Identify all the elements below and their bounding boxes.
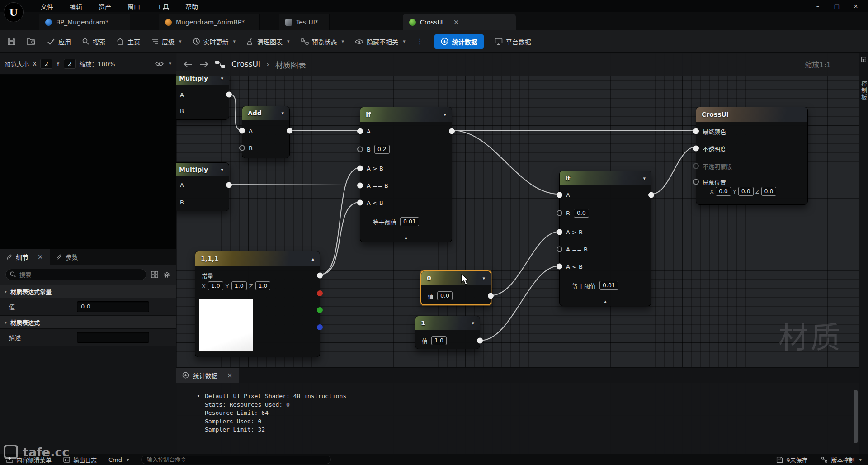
- value-box[interactable]: 0.0: [761, 187, 777, 196]
- pin-b-input[interactable]: [357, 147, 363, 152]
- chevron-down-icon[interactable]: ▾: [221, 76, 223, 81]
- back-icon[interactable]: [183, 61, 193, 68]
- pin-a-input[interactable]: [176, 92, 176, 98]
- home-button[interactable]: 主页: [116, 37, 140, 46]
- value-box[interactable]: 1.0: [255, 281, 271, 290]
- stats-tab[interactable]: 统计数据 ×: [176, 368, 239, 383]
- tab-mugendram-animbp[interactable]: Mugendram_AnimBP*: [159, 14, 260, 30]
- collapse-chevron-icon[interactable]: ▴: [360, 235, 452, 241]
- unreal-engine-logo[interactable]: U: [4, 2, 24, 22]
- node-add[interactable]: Add ▾ A B: [242, 106, 290, 158]
- node-if-1[interactable]: If ▾ A B0.2 A > B A == B A < B 等于阈值0.01 …: [360, 107, 452, 242]
- pin-output[interactable]: [287, 128, 292, 134]
- chevron-down-icon[interactable]: ▾: [482, 275, 485, 281]
- pin-output[interactable]: [477, 338, 483, 344]
- chevron-down-icon[interactable]: ▾: [287, 38, 290, 44]
- pin-a-input[interactable]: [357, 128, 363, 134]
- menu-edit[interactable]: 编辑: [70, 2, 82, 11]
- tab-testui[interactable]: TestUI*: [279, 14, 330, 30]
- close-panel-icon[interactable]: ×: [227, 371, 233, 380]
- hide-unrelated-button[interactable]: 隐藏不相关 ▾: [355, 37, 406, 46]
- node-constant-111[interactable]: 1,1,1 ▴ 常量 X1.0 Y1.0 Z1.0: [195, 251, 320, 357]
- pin-final-color-input[interactable]: [693, 128, 699, 134]
- chevron-down-icon[interactable]: ▾: [443, 112, 446, 118]
- chevron-down-icon[interactable]: ▾: [233, 38, 236, 44]
- menu-asset[interactable]: 资产: [99, 2, 111, 11]
- minimize-button[interactable]: –: [808, 0, 827, 11]
- tab-bp-mugendram[interactable]: BP_Mugendram*: [39, 14, 130, 30]
- value-box[interactable]: 0.01: [400, 217, 419, 226]
- pin-b-input[interactable]: [176, 108, 176, 114]
- node-multiply-2[interactable]: Multiply ▾ A B: [176, 162, 229, 211]
- value-box[interactable]: 0.0: [716, 187, 731, 196]
- close-button[interactable]: ×: [846, 0, 865, 11]
- pin-b-input[interactable]: [176, 199, 176, 205]
- chevron-down-icon[interactable]: ▾: [281, 110, 284, 116]
- value-box[interactable]: 1.0: [208, 281, 223, 290]
- section-material-expression-constant[interactable]: ▾ 材质表达式常量: [0, 285, 176, 298]
- collapse-chevron-icon[interactable]: ▴: [560, 299, 651, 304]
- pin-b-input[interactable]: [239, 145, 245, 151]
- close-tab-icon[interactable]: ×: [453, 18, 459, 26]
- node-multiply-1[interactable]: Multiply ▾ A B: [176, 71, 229, 120]
- pin-aeqb-input[interactable]: [557, 247, 562, 252]
- pin-b-output[interactable]: [317, 324, 323, 330]
- material-preview-viewport[interactable]: [0, 75, 176, 249]
- node-header[interactable]: Multiply ▾: [176, 163, 229, 176]
- view-options-grid-icon[interactable]: [151, 271, 158, 278]
- tab-crossui-active[interactable]: CrossUI ×: [403, 14, 516, 30]
- pin-agtb-input[interactable]: [557, 229, 562, 235]
- pin-aeqb-input[interactable]: [357, 183, 363, 189]
- value-box[interactable]: 0.2: [374, 145, 390, 154]
- preview-y-field[interactable]: 2: [64, 59, 76, 69]
- version-control-button[interactable]: 版本控制 ▾: [821, 456, 862, 464]
- platform-stats-button[interactable]: 平台数据: [495, 37, 531, 46]
- close-panel-icon[interactable]: ×: [38, 253, 43, 261]
- clean-graph-button[interactable]: 清理图表 ▾: [246, 37, 290, 46]
- node-constant-1[interactable]: 1 ▾ 值1.0: [415, 316, 480, 349]
- details-search-input[interactable]: [5, 269, 146, 280]
- node-header[interactable]: 1,1,1 ▴: [195, 251, 320, 266]
- forward-icon[interactable]: [199, 61, 209, 68]
- save-icon[interactable]: [7, 37, 16, 46]
- material-graph-canvas[interactable]: Multiply ▾ A B Add ▾ A B Multiply ▾ A B …: [176, 53, 859, 454]
- pin-rgb-output[interactable]: [317, 273, 323, 279]
- pin-screen-position-input[interactable]: [693, 179, 699, 185]
- chevron-down-icon[interactable]: ▾: [472, 320, 474, 326]
- value-box[interactable]: 0.0: [574, 209, 589, 218]
- breadcrumb-root[interactable]: CrossUI: [231, 60, 260, 69]
- menu-file[interactable]: 文件: [41, 2, 53, 11]
- value-box[interactable]: 1.0: [231, 281, 247, 290]
- menu-window[interactable]: 窗口: [127, 2, 140, 11]
- node-header[interactable]: If ▾: [560, 171, 651, 185]
- apply-button[interactable]: 应用: [47, 37, 71, 46]
- value-box[interactable]: 1.0: [431, 336, 447, 345]
- chevron-down-icon[interactable]: ▾: [169, 61, 171, 66]
- pin-agtb-input[interactable]: [357, 166, 363, 171]
- pin-output[interactable]: [648, 192, 654, 198]
- unsaved-assets-button[interactable]: 9未保存: [776, 456, 807, 464]
- tab-parameters[interactable]: 参数: [50, 249, 85, 265]
- panel-grid-icon[interactable]: [861, 57, 867, 62]
- stats-toggle-button[interactable]: 统计数据: [434, 34, 484, 49]
- graph-vertical-scrollbar[interactable]: [854, 390, 858, 443]
- pin-opacity-input[interactable]: [693, 146, 699, 152]
- node-crossui-output[interactable]: CrossUI 最终颜色 不透明度 不透明蒙版 屏幕位置 X0.0 Y0.0 Z…: [696, 107, 808, 205]
- pin-r-output[interactable]: [317, 290, 323, 296]
- chevron-down-icon[interactable]: ▾: [342, 38, 344, 44]
- chevron-down-icon[interactable]: ▾: [221, 167, 223, 173]
- search-button[interactable]: 搜索: [82, 37, 105, 46]
- preview-state-button[interactable]: 预览状态 ▾: [301, 37, 344, 46]
- description-field[interactable]: [77, 332, 149, 343]
- eye-icon[interactable]: [155, 61, 164, 67]
- pin-b-input[interactable]: [557, 210, 562, 216]
- node-header[interactable]: 0 ▾: [421, 271, 491, 285]
- pin-a-input[interactable]: [557, 192, 562, 198]
- preview-x-field[interactable]: 2: [40, 59, 52, 69]
- pin-altb-input[interactable]: [557, 264, 562, 270]
- gear-icon[interactable]: [163, 271, 170, 279]
- node-header[interactable]: Add ▾: [242, 106, 289, 120]
- node-constant-0-selected[interactable]: 0 ▾ 值0.0: [420, 270, 491, 305]
- browse-asset-icon[interactable]: [27, 37, 36, 46]
- menu-help[interactable]: 帮助: [185, 2, 198, 11]
